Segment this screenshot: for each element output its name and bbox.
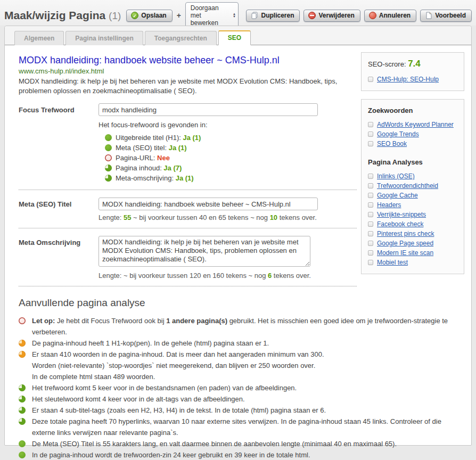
serp-description: MODX handleiding: ik help je bij het beh… — [19, 77, 338, 96]
checklist-item: Meta (SEO) titel: Ja (1) — [105, 143, 355, 153]
external-page-icon — [368, 193, 373, 198]
analysis-item: Deze totale pagina heeft 70 hyperlinks, … — [19, 416, 463, 438]
external-page-icon — [368, 250, 373, 256]
preview-button[interactable]: Voorbeeld — [420, 10, 472, 22]
action-buttons: ✓ Opslaan + Doorgaan met bewerken ▲▼ Dup… — [126, 2, 472, 29]
plus-separator: + — [176, 11, 182, 20]
divider — [19, 228, 357, 228]
keyword-tool-link[interactable]: Google Trends — [377, 129, 419, 139]
external-page-icon — [368, 221, 373, 227]
page-analysis-link[interactable]: Inlinks (OSE) — [377, 171, 415, 181]
status-partial-icon — [19, 418, 26, 425]
status-partial-icon — [19, 407, 26, 414]
seo-score-value: 7.4 — [408, 59, 421, 69]
meta-description-row: Meta Omschrijving MODX handleiding: ik h… — [19, 236, 355, 280]
save-button[interactable]: ✓ Opslaan — [126, 10, 172, 22]
page-analysis-link[interactable]: Headers — [377, 200, 401, 210]
focus-keyword-row: Focus Trefwoord Het focus-trefwoord is g… — [19, 103, 355, 183]
serp-url: www.cms-hulp.nl/index.html — [19, 67, 355, 75]
external-page-icon — [368, 174, 373, 179]
seo-help-link[interactable]: CMS-Hulp: SEO-Hulp — [377, 75, 439, 84]
keyword-tool-link[interactable]: SEO Book — [377, 139, 407, 149]
page-analysis-link[interactable]: Mobiel test — [377, 258, 408, 267]
tab-pagina-instellingen[interactable]: Pagina instellingen — [65, 31, 143, 45]
status-partial-icon — [105, 175, 112, 182]
page-analysis-link[interactable]: Trefwoordendichtheid — [377, 181, 438, 191]
seo-tab-content: MODX handleiding: handboek website behee… — [5, 45, 471, 460]
seo-tools-box: Zoekwoorden AdWords Keyword Planner Goog… — [361, 99, 464, 274]
minus-circle-icon — [308, 12, 316, 19]
external-page-icon — [368, 212, 373, 217]
external-page-icon — [368, 132, 373, 137]
analysis-item: Het trefwoord komt 5 keer voor in de bes… — [19, 382, 463, 393]
stop-circle-icon — [369, 12, 376, 19]
seo-help-link-row: CMS-Hulp: SEO-Hulp — [368, 75, 457, 84]
duplicate-button[interactable]: Dupliceren — [246, 10, 300, 22]
checklist-item: Uitgebreide titel (H1): Ja (1) — [105, 133, 355, 143]
status-ok-icon — [105, 144, 112, 151]
meta-title-input[interactable] — [99, 198, 318, 210]
tab-toegangsrechten[interactable]: Toegangsrechten — [145, 31, 217, 45]
analysis-item: Er staan 410 woorden in de pagina-inhoud… — [19, 349, 463, 382]
status-fail-icon — [105, 154, 112, 161]
serp-preview: MODX handleiding: handboek website behee… — [19, 55, 355, 96]
external-page-icon — [368, 231, 373, 236]
tab-bar: Algemeen Pagina instellingen Toegangsrec… — [5, 26, 471, 45]
copy-icon — [251, 12, 258, 19]
page-analysis-link[interactable]: Google Page speed — [377, 239, 433, 248]
meta-title-label: Meta (SEO) Titel — [19, 198, 99, 221]
tab-algemeen[interactable]: Algemeen — [14, 31, 64, 45]
external-page-icon — [368, 183, 373, 188]
top-action-bar: Maak/wijzig Pagina (1) ✓ Opslaan + Doorg… — [0, 0, 476, 26]
meta-description-textarea[interactable]: MODX handleiding: ik help je bij het beh… — [99, 236, 310, 267]
external-page-icon — [368, 260, 373, 265]
select-spinner-icon: ▲▼ — [232, 11, 236, 20]
analysis-item: De pagina-inhoud heeft 1 H1-kop(pen). In… — [19, 338, 463, 349]
page-title-count: (1) — [109, 10, 121, 21]
seo-score-label: SEO-scrore: — [368, 60, 408, 68]
page-analysis-link[interactable]: Verrijkte-snippets — [377, 210, 426, 219]
status-ok-icon — [19, 440, 26, 447]
focus-keyword-checklist: Uitgebreide titel (H1): Ja (1) Meta (SEO… — [105, 133, 355, 183]
cancel-button[interactable]: Annuleren — [364, 10, 416, 22]
checklist-item: Meta-omschrijving: Ja (1) — [105, 173, 355, 183]
external-page-icon — [368, 141, 373, 146]
delete-button[interactable]: Verwijderen — [303, 10, 360, 22]
external-page-icon — [368, 241, 373, 246]
keyword-tool-link[interactable]: AdWords Keyword Planner — [377, 120, 454, 129]
meta-description-length-hint: Lengte: ~ bij voorkeur tussen 120 en 160… — [99, 272, 355, 280]
after-save-select[interactable]: Doorgaan met bewerken ▲▼ — [185, 2, 239, 29]
divider — [19, 190, 357, 190]
edit-page-panel: Algemeen Pagina instellingen Toegangsrec… — [4, 26, 472, 446]
status-ok-icon — [105, 134, 112, 141]
analysis-item: In de pagina-inhoud wordt de trefwoorden… — [19, 449, 463, 460]
focus-keyword-input[interactable] — [99, 103, 318, 116]
status-fail-icon — [19, 317, 26, 324]
status-warning-icon — [19, 351, 26, 358]
main-column: MODX handleiding: handboek website behee… — [19, 55, 355, 286]
status-warning-icon — [19, 340, 26, 347]
status-partial-icon — [19, 384, 26, 391]
status-partial-icon — [105, 165, 112, 171]
focus-keyword-label: Focus Trefwoord — [19, 103, 99, 183]
tab-seo[interactable]: SEO — [218, 30, 251, 45]
page-analysis-link[interactable]: Pinterest pins check — [377, 229, 434, 239]
meta-title-row: Meta (SEO) Titel Lengte: 55 ~ bij voorke… — [19, 198, 355, 221]
seo-score-box: SEO-scrore: 7.4 CMS-Hulp: SEO-Hulp — [361, 52, 464, 91]
check-circle-icon: ✓ — [131, 12, 138, 19]
external-page-icon — [368, 77, 373, 82]
page-analysis-link[interactable]: Facebook check — [377, 219, 423, 229]
external-page-icon — [368, 202, 373, 208]
seo-sidebar: SEO-scrore: 7.4 CMS-Hulp: SEO-Hulp Zoekw… — [361, 52, 464, 282]
page-title: Maak/wijzig Pagina (1) — [4, 9, 121, 22]
analysis-item: Het sleutelwoord komt 4 keer voor in de … — [19, 393, 463, 405]
status-partial-icon — [19, 396, 26, 402]
document-icon — [425, 12, 432, 19]
analysis-list: Let op: Je hebt dit Focus Trefwoord ook … — [19, 315, 463, 460]
meta-title-length-hint: Lengte: 55 ~ bij voorkeur tussen 40 en 6… — [99, 213, 355, 221]
meta-description-label: Meta Omschrijving — [19, 236, 99, 280]
found-in-label: Het focus-trefwoord is gevonden in: — [99, 121, 355, 129]
page-analysis-link[interactable]: Google Cache — [377, 191, 418, 200]
checklist-item: Pagina inhoud: Ja (7) — [105, 163, 355, 173]
page-analysis-link[interactable]: Modern IE site scan — [377, 248, 433, 258]
